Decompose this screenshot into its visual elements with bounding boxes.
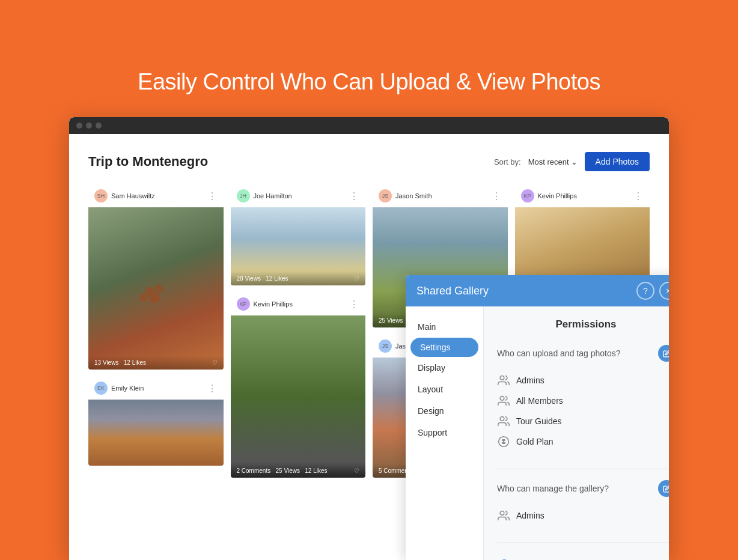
photo-footer: 2 Comments 25 Views 12 Likes ♡ <box>231 464 366 478</box>
manage-edit-button[interactable] <box>658 480 669 497</box>
photo-col-1: SH Sam Hauswiltz ⋮ <box>88 184 224 478</box>
add-photos-button[interactable]: Add Photos <box>585 152 650 171</box>
avatar: EK <box>94 382 108 395</box>
photo-card-header: JS Jason Smith ⋮ <box>373 184 508 207</box>
group-icon <box>497 394 510 407</box>
photo-card-header: JH Joe Hamilton ⋮ <box>231 184 366 207</box>
avatar: JH <box>237 189 250 202</box>
avatar: JS <box>379 189 392 202</box>
browser-content: Trip to Montenegro Sort by: Most recent … <box>69 134 669 560</box>
perm-label-admins: Admins <box>516 376 544 385</box>
photo-image-photographer <box>231 315 366 478</box>
photo-card: SH Sam Hauswiltz ⋮ <box>88 184 224 370</box>
permission-item-manage-admins: Admins <box>497 505 669 526</box>
photo-card-header: SH Sam Hauswiltz ⋮ <box>88 184 224 207</box>
manage-site-members-link[interactable]: Manage Site Members <box>497 554 669 560</box>
browser-dot-red <box>76 123 82 129</box>
perm-label-gold-plan: Gold Plan <box>516 437 553 446</box>
photo-footer: 28 Views 12 Likes ♡ <box>231 272 366 285</box>
panel-title: Shared Gallery <box>416 285 489 297</box>
permissions-content: Permissions Who can upload and tag photo… <box>484 306 669 560</box>
photo-card-user: KP Kevin Phillips <box>237 297 293 311</box>
photo-footer: 13 Views 12 Likes ♡ <box>88 356 224 370</box>
group-icon <box>497 415 510 428</box>
photo-card-header: KP Kevin Phillips ⋮ <box>231 293 366 315</box>
svg-point-3 <box>139 293 148 302</box>
avatar: KP <box>521 189 534 202</box>
avatar: JS <box>379 339 392 353</box>
browser-dot-green <box>96 123 102 129</box>
perm-label-manage-admins: Admins <box>516 511 544 520</box>
close-button[interactable]: × <box>659 282 669 300</box>
permissions-panel: Shared Gallery ? × Main Settings Display… <box>406 275 669 560</box>
upload-permission-section: Who can upload and tag photos? <box>497 345 669 452</box>
gallery-title: Trip to Montenegro <box>88 154 208 169</box>
gallery-header: Trip to Montenegro Sort by: Most recent … <box>88 152 650 171</box>
manage-question-text: Who can manage the gallery? <box>497 484 609 493</box>
edit-icon <box>663 485 669 493</box>
panel-nav: Main Settings Display Layout Design Supp… <box>406 306 484 560</box>
manage-question-row: Who can manage the gallery? <box>497 480 669 497</box>
more-options-icon[interactable]: ⋮ <box>492 190 502 202</box>
nav-item-display[interactable]: Display <box>406 357 483 379</box>
section-divider <box>497 469 669 469</box>
photo-image-berries <box>88 207 224 370</box>
group-icon <box>497 509 510 522</box>
photo-card-user: JS Jason Smith <box>379 189 432 202</box>
photo-card: KP Kevin Phillips ⋮ 2 Comments 25 Views … <box>231 293 366 478</box>
browser-dot-yellow <box>86 123 92 129</box>
more-options-icon[interactable]: ⋮ <box>349 299 359 310</box>
group-icon <box>497 374 510 387</box>
photo-card: KP Kevin Phillips ⋮ <box>515 184 650 285</box>
more-options-icon[interactable]: ⋮ <box>207 383 218 394</box>
more-options-icon[interactable]: ⋮ <box>349 190 359 202</box>
help-button[interactable]: ? <box>636 282 654 300</box>
photo-card-user: SH Sam Hauswiltz <box>94 189 155 202</box>
panel-header-icons: ? × <box>636 282 669 300</box>
nav-item-layout[interactable]: Layout <box>406 379 483 400</box>
browser-window: Trip to Montenegro Sort by: Most recent … <box>69 117 669 560</box>
svg-point-1 <box>154 284 163 293</box>
panel-header: Shared Gallery ? × <box>406 275 669 306</box>
photo-card-header: KP Kevin Phillips ⋮ <box>515 184 650 207</box>
upload-edit-button[interactable] <box>658 345 669 362</box>
upload-question-row: Who can upload and tag photos? <box>497 345 669 362</box>
permission-item-tour-guides: Tour Guides <box>497 411 669 431</box>
hero-title: Easily Control Who Can Upload & View Pho… <box>0 33 738 119</box>
nav-item-settings[interactable]: Settings <box>410 338 478 357</box>
nav-item-design[interactable]: Design <box>406 400 483 422</box>
sort-label: Sort by: <box>494 157 521 166</box>
photo-col-2: JH Joe Hamilton ⋮ 28 Views 12 Likes ♡ <box>231 184 366 478</box>
nav-item-main[interactable]: Main <box>406 316 483 338</box>
photo-card-user: JH Joe Hamilton <box>237 189 292 202</box>
permissions-heading: Permissions <box>497 318 669 330</box>
hero-section: Easily Control Who Can Upload & View Pho… <box>0 0 738 119</box>
sort-select[interactable]: Most recent ⌄ <box>528 157 578 166</box>
svg-point-2 <box>149 292 160 303</box>
perm-label-all-members: All Members <box>516 396 563 406</box>
nav-item-support[interactable]: Support <box>406 422 483 443</box>
more-options-icon[interactable]: ⋮ <box>207 190 218 202</box>
panel-body: Main Settings Display Layout Design Supp… <box>406 306 669 560</box>
avatar: KP <box>237 297 250 311</box>
dollar-icon <box>497 435 510 448</box>
more-options-icon[interactable]: ⋮ <box>633 190 644 202</box>
photo-card-user: EK Emily Klein <box>94 382 144 395</box>
photo-card-user: KP Kevin Phillips <box>521 189 577 202</box>
edit-icon <box>663 350 669 358</box>
perm-label-tour-guides: Tour Guides <box>516 416 561 426</box>
svg-point-4 <box>500 376 504 380</box>
photo-image-autumn <box>88 400 224 466</box>
permission-item-admins: Admins <box>497 370 669 391</box>
manage-permission-section: Who can manage the gallery? <box>497 480 669 526</box>
photo-card: EK Emily Klein ⋮ <box>88 377 224 466</box>
svg-point-11 <box>500 511 504 516</box>
permission-item-all-members: All Members <box>497 391 669 411</box>
photo-card-header: EK Emily Klein ⋮ <box>88 377 224 400</box>
avatar: SH <box>94 189 108 202</box>
upload-question-text: Who can upload and tag photos? <box>497 348 621 358</box>
gallery-header-right: Sort by: Most recent ⌄ Add Photos <box>494 152 650 171</box>
browser-bar <box>69 117 669 134</box>
permission-item-gold-plan: Gold Plan <box>497 431 669 452</box>
section-divider-2 <box>497 543 669 543</box>
